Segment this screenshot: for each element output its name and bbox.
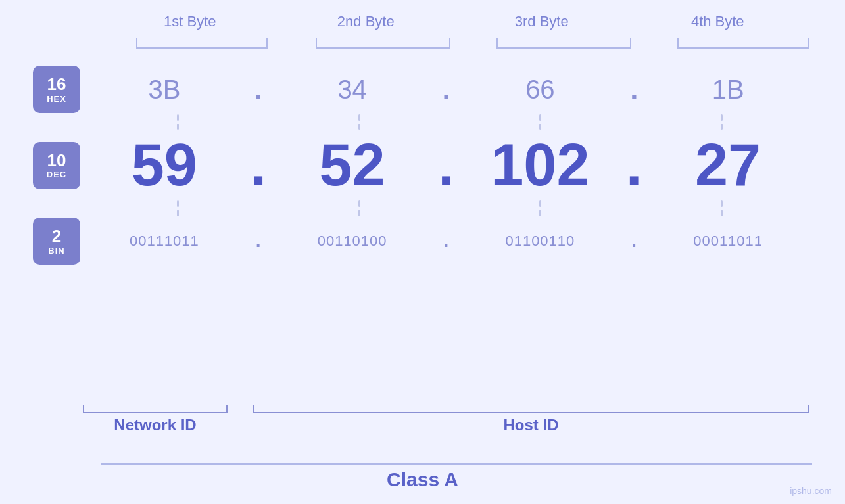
b3-bracket-left (496, 38, 498, 47)
b1-bracket-right (266, 38, 268, 47)
dec-b1: 59 (80, 131, 249, 199)
hex-badge: 16 HEX (33, 66, 80, 113)
dec-b3: 102 (456, 131, 625, 199)
hex-b3: 66 (456, 75, 625, 104)
host-tick-right (808, 405, 809, 413)
separator-2 (87, 199, 812, 218)
b2-bracket-left (316, 38, 317, 47)
dec-dot1: . (249, 131, 268, 199)
b3-bracket-line (496, 47, 631, 49)
byte-headers: 1st Byte 2nd Byte 3rd Byte 4th Byte (102, 13, 806, 30)
hex-dot1: . (249, 73, 268, 106)
network-id-label: Network ID (80, 416, 230, 434)
net-tick-left (83, 405, 84, 413)
hex-dot2: . (437, 73, 456, 106)
id-labels: Network ID Host ID (80, 392, 812, 438)
byte3-header: 3rd Byte (454, 13, 630, 30)
net-bracket-line (83, 412, 228, 413)
bin-dot2: . (437, 231, 456, 252)
b4-bracket-right (808, 38, 809, 47)
net-tick-right (226, 405, 228, 413)
class-area: Class A (33, 463, 812, 491)
hex-values: 3B . 34 . 66 . 1B (80, 73, 812, 106)
host-bracket-line (253, 412, 809, 413)
dec-dot3: . (624, 131, 644, 199)
bin-row: 2 BIN 00111011 . 00110100 . 01100110 . 0… (33, 218, 812, 265)
dec-badge-num: 10 (47, 151, 66, 170)
dec-b4: 27 (644, 131, 812, 199)
b3-bracket-right (630, 38, 631, 47)
dec-values: 59 . 52 . 102 . 27 (80, 131, 812, 199)
hex-badge-label: HEX (47, 94, 66, 104)
bin-b4: 00011011 (644, 233, 812, 250)
bin-badge-label: BIN (48, 246, 64, 256)
byte4-header: 4th Byte (630, 13, 806, 30)
watermark: ipshu.com (790, 486, 832, 496)
bin-b2: 00110100 (268, 233, 437, 250)
b1-bracket-line (136, 47, 268, 49)
hex-b1: 3B (80, 75, 249, 104)
main-container: 1st Byte 2nd Byte 3rd Byte 4th Byte 16 H… (0, 0, 845, 504)
hex-row: 16 HEX 3B . 34 . 66 . 1B (33, 66, 812, 113)
bin-values: 00111011 . 00110100 . 01100110 . 0001101… (80, 231, 812, 252)
bin-b1: 00111011 (80, 233, 249, 250)
bin-badge-num: 2 (52, 227, 61, 246)
hex-b4: 1B (644, 75, 812, 104)
host-id-label: Host ID (250, 416, 812, 434)
byte2-header: 2nd Byte (278, 13, 454, 30)
b4-bracket-left (677, 38, 679, 47)
hex-b2: 34 (268, 75, 437, 104)
byte1-header: 1st Byte (102, 13, 278, 30)
separator-1 (87, 113, 812, 131)
b4-bracket-line (677, 47, 809, 49)
rows-area: 16 HEX 3B . 34 . 66 . 1B 10 DEC (33, 66, 812, 265)
class-label: Class A (33, 469, 812, 491)
b2-bracket-line (316, 47, 450, 49)
dec-badge-label: DEC (47, 170, 66, 179)
id-labels-area: Network ID Host ID (33, 392, 812, 438)
class-bracket-line (101, 463, 812, 465)
hex-dot3: . (624, 73, 644, 106)
host-tick-left (253, 405, 254, 413)
bin-badge: 2 BIN (33, 218, 80, 265)
hex-badge-num: 16 (47, 75, 66, 94)
bin-dot3: . (624, 231, 644, 252)
host-id-bracket (250, 403, 812, 413)
b1-bracket-left (136, 38, 137, 47)
dec-dot2: . (437, 131, 456, 199)
bin-dot1: . (249, 231, 268, 252)
dec-b2: 52 (268, 131, 437, 199)
b2-bracket-right (449, 38, 450, 47)
dec-row: 10 DEC 59 . 52 . 102 . 27 (33, 131, 812, 199)
bin-b3: 01100110 (456, 233, 625, 250)
dec-badge: 10 DEC (33, 142, 80, 189)
network-id-bracket (80, 403, 230, 413)
